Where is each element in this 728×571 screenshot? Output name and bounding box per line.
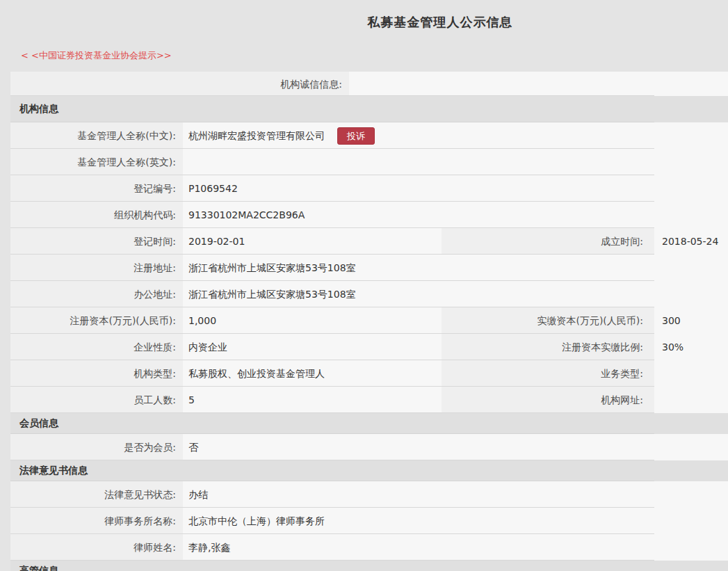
row-nature-ratio: 企业性质: 内资企业 注册资本实缴比例: 30% [10, 334, 728, 360]
field-label-reg-address: 注册地址: [10, 255, 183, 281]
row-org-code: 组织机构代码: 91330102MA2CC2B96A [10, 202, 728, 228]
field-value-org-code: 91330102MA2CC2B96A [183, 202, 728, 228]
field-value-is-member: 否 [183, 434, 728, 460]
section-header-executives: 高管信息 [10, 561, 728, 571]
row-name-en: 基金管理人全称(英文): [10, 149, 728, 175]
field-value-lawyer-names: 李静,张鑫 [183, 534, 728, 561]
field-value-integrity [349, 72, 728, 96]
field-label-enterprise-nature: 企业性质: [10, 334, 183, 360]
row-is-member: 是否为会员: 否 [10, 434, 728, 460]
section-header-legal-opinion: 法律意见书信息 [10, 460, 728, 481]
info-table: 机构诚信信息: 机构信息 基金管理人全称(中文): 杭州湖畔宏盛投资管理有限公司… [10, 72, 728, 571]
field-label-lawyer-names: 律师姓名: [10, 534, 183, 561]
page-header: 私募基金管理人公示信息 < <中国证券投资基金业协会提示>> [10, 0, 728, 72]
field-label-website: 机构网址: [442, 387, 654, 413]
manager-name-text: 杭州湖畔宏盛投资管理有限公司 [188, 131, 325, 140]
field-value-reg-address: 浙江省杭州市上城区安家塘53号108室 [183, 255, 728, 281]
section-header-membership: 会员信息 [10, 413, 728, 434]
page-title: 私募基金管理人公示信息 [10, 0, 728, 31]
field-value-reg-date: 2019-02-01 [183, 228, 442, 255]
field-value-reg-capital: 1,000 [183, 307, 442, 334]
row-integrity-info: 机构诚信信息: [10, 72, 728, 96]
field-value-paid-capital: 300 [654, 307, 728, 334]
field-label-law-firm: 律师事务所名称: [10, 508, 183, 534]
row-dates: 登记时间: 2019-02-01 成立时间: 2018-05-24 [10, 228, 728, 255]
field-label-reg-capital: 注册资本(万元)(人民币): [10, 307, 183, 334]
field-label-legal-status: 法律意见书状态: [10, 481, 183, 508]
row-lawyer-names: 律师姓名: 李静,张鑫 [10, 534, 728, 561]
content-area: 私募基金管理人公示信息 < <中国证券投资基金业协会提示>> 机构诚信信息: 机… [10, 0, 728, 571]
page: 私募基金管理人公示信息 < <中国证券投资基金业协会提示>> 机构诚信信息: 机… [0, 0, 728, 571]
row-org-type: 机构类型: 私募股权、创业投资基金管理人 业务类型: [10, 360, 728, 387]
field-label-paid-capital: 实缴资本(万元)(人民币): [442, 307, 654, 334]
field-value-employee-count: 5 [183, 387, 442, 413]
row-office-address: 办公地址: 浙江省杭州市上城区安家塘53号108室 [10, 281, 728, 307]
field-label-is-member: 是否为会员: [10, 434, 183, 460]
field-label-establish-date: 成立时间: [442, 228, 654, 255]
field-label-reg-no: 登记编号: [10, 175, 183, 202]
row-registered-address: 注册地址: 浙江省杭州市上城区安家塘53号108室 [10, 255, 728, 281]
field-value-paid-ratio: 30% [654, 334, 728, 360]
field-label-office-address: 办公地址: [10, 281, 183, 307]
field-value-website [654, 387, 728, 413]
field-label-org-type: 机构类型: [10, 360, 183, 387]
field-value-office-address: 浙江省杭州市上城区安家塘53号108室 [183, 281, 728, 307]
field-label-employee-count: 员工人数: [10, 387, 183, 413]
field-label-paid-ratio: 注册资本实缴比例: [442, 334, 654, 360]
field-value-enterprise-nature: 内资企业 [183, 334, 442, 360]
row-registration-number: 登记编号: P1069542 [10, 175, 728, 202]
field-value-law-firm: 北京市中伦（上海）律师事务所 [183, 508, 728, 534]
field-label-integrity: 机构诚信信息: [10, 72, 349, 96]
field-label-reg-date: 登记时间: [10, 228, 183, 255]
row-law-firm: 律师事务所名称: 北京市中伦（上海）律师事务所 [10, 508, 728, 534]
field-value-establish-date: 2018-05-24 [654, 228, 728, 255]
field-value-reg-no: P1069542 [183, 175, 728, 202]
section-header-organization: 机构信息 [10, 96, 728, 122]
field-value-name-cn: 杭州湖畔宏盛投资管理有限公司 投诉 [183, 122, 728, 149]
complaint-button[interactable]: 投诉 [337, 127, 375, 145]
field-label-name-cn: 基金管理人全称(中文): [10, 122, 183, 149]
row-name-cn: 基金管理人全称(中文): 杭州湖畔宏盛投资管理有限公司 投诉 [10, 122, 728, 149]
row-capital: 注册资本(万元)(人民币): 1,000 实缴资本(万元)(人民币): 300 [10, 307, 728, 334]
field-label-business-type: 业务类型: [442, 360, 654, 387]
field-value-business-type [654, 360, 728, 387]
field-value-org-type: 私募股权、创业投资基金管理人 [183, 360, 442, 387]
association-notice-link[interactable]: < <中国证券投资基金业协会提示>> [21, 49, 172, 62]
field-value-legal-status: 办结 [183, 481, 728, 508]
row-employees-website: 员工人数: 5 机构网址: [10, 387, 728, 413]
field-label-org-code: 组织机构代码: [10, 202, 183, 228]
row-legal-status: 法律意见书状态: 办结 [10, 481, 728, 508]
field-value-name-en [183, 149, 728, 175]
field-label-name-en: 基金管理人全称(英文): [10, 149, 183, 175]
